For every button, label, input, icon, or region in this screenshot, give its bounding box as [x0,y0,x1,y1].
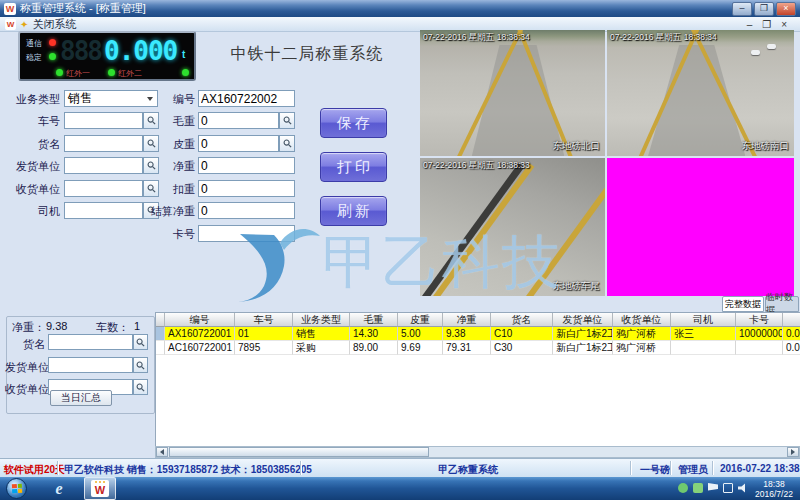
camera-no-signal[interactable] [607,158,794,296]
stable-label: 稳定 [26,52,42,63]
row-selector[interactable] [156,327,165,341]
camera-rear-view[interactable]: 07-22-2016 星期五 18:38:33 东地磅车尾 [420,158,605,296]
col-gross[interactable]: 毛重 [350,313,398,327]
refresh-button[interactable]: 刷新 [320,196,387,226]
col-sender[interactable]: 发货单位 [553,313,613,327]
cell-truck-no: 7895 [235,341,293,355]
scrollbar-thumb[interactable] [169,447,429,457]
weighing-app-icon: W [91,480,109,497]
sender-input[interactable] [64,157,143,174]
gross-lookup-button[interactable] [279,112,295,129]
maximize-button[interactable]: ❐ [754,2,774,16]
col-business-type[interactable]: 业务类型 [293,313,350,327]
table-hscrollbar[interactable] [155,446,800,458]
deduct-input[interactable] [198,180,295,197]
windows-taskbar: e W 18:38 2016/7/22 [0,477,800,500]
ie-taskbar-icon[interactable]: e [48,479,70,498]
weighing-app-taskbar-button[interactable]: W [84,477,116,500]
records-table: 编号 车号 业务类型 毛重 皮重 净重 货名 发货单位 收货单位 司机 卡号 A… [155,312,800,447]
summary-cargo-lookup-button[interactable] [133,334,148,350]
clock-date: 2016/7/22 [751,489,797,499]
search-icon [136,383,145,392]
deduct-label: 扣重 [133,182,195,197]
print-button[interactable]: 打印 [320,152,387,182]
col-tare[interactable]: 皮重 [398,313,443,327]
col-receiver[interactable]: 收货单位 [613,313,671,327]
camera-label: 东地磅南口 [742,140,790,153]
tab-temp-data[interactable]: 临时数据 [765,296,799,312]
infrared2-light [108,69,115,76]
col-cargo[interactable]: 货名 [491,313,553,327]
cargo-input[interactable] [64,135,143,152]
cell-sender: 新白广1标2工… [553,327,613,341]
tab-complete-data[interactable]: 完整数据 [722,296,764,312]
tare-label: 皮重 [133,137,195,152]
col-truck-no[interactable]: 车号 [235,313,293,327]
summary-sender-input[interactable] [48,357,133,373]
tray-flag-icon[interactable] [708,483,718,493]
gross-input[interactable] [198,112,279,129]
infrared1-light [56,69,63,76]
camera-north-gate[interactable]: 07-22-2016 星期五 18:38:34 东地磅北口 [420,30,605,156]
start-button[interactable] [6,478,27,499]
summary-sender-lookup-button[interactable] [133,357,148,373]
settle-net-label: 结算净重 [133,204,195,219]
cell-driver [671,341,736,355]
cell-cargo: C10 [491,327,553,341]
table-header-row: 编号 车号 业务类型 毛重 皮重 净重 货名 发货单位 收货单位 司机 卡号 [156,313,800,327]
col-net[interactable]: 净重 [443,313,491,327]
cell-gross: 89.00 [350,341,398,355]
comm-label: 通信 [26,38,42,49]
save-button[interactable]: 保存 [320,108,387,138]
camera-south-gate[interactable]: 07-22-2016 星期五 18:38:34 东地磅南口 [607,30,794,156]
settle-net-input[interactable] [198,202,295,219]
table-row[interactable]: AC160722001 7895 采购 89.00 9.69 79.31 C30… [156,341,800,355]
mdi-restore-button[interactable]: ❐ [762,19,771,30]
mdi-minimize-button[interactable]: – [747,19,753,30]
driver-input[interactable] [64,202,143,219]
ready-light [182,69,189,76]
divider [670,461,671,475]
led-ghost-digits: 888 [60,36,101,66]
system-name: 甲乙称重系统 [438,463,498,477]
tray-volume-icon[interactable] [738,483,748,493]
scroll-right-button[interactable] [787,447,799,457]
deck-edge [420,163,525,296]
daily-summary-button[interactable]: 当日汇总 [50,390,112,406]
infrared2-label: 红外二 [118,68,142,79]
col-serial[interactable]: 编号 [165,313,235,327]
infrared1-label: 红外一 [66,68,90,79]
summary-cargo-input[interactable] [48,334,133,350]
row-selector[interactable] [156,341,165,355]
card-input[interactable] [198,225,295,242]
table-row[interactable]: AX160722001 01 销售 14.30 5.00 9.38 C10 新白… [156,327,800,341]
status-bar: 软件试用20天 甲乙软件科技 销售：15937185872 技术：1850385… [0,458,800,478]
cell-business-type: 采购 [293,341,350,355]
cell-card: 1000000001 [736,327,783,341]
close-button[interactable]: × [776,2,796,16]
summary-receiver-lookup-button[interactable] [133,379,148,395]
power-icon: ✦ [20,19,28,30]
scroll-left-button[interactable] [156,447,168,457]
mdi-close-button[interactable]: × [781,19,787,30]
cell-gross: 14.30 [350,327,398,341]
menu-item-close-system[interactable]: 关闭系统 [32,17,76,32]
col-card[interactable]: 卡号 [736,313,783,327]
tare-input[interactable] [198,135,279,152]
receiver-input[interactable] [64,180,143,197]
taskbar-clock[interactable]: 18:38 2016/7/22 [751,479,797,499]
cell-card [736,341,783,355]
col-driver[interactable]: 司机 [671,313,736,327]
status-datetime: 2016-07-22 18:38:36 [720,463,800,474]
minimize-button[interactable]: – [732,2,752,16]
tray-update-icon[interactable] [678,483,688,493]
serial-input[interactable] [198,90,295,107]
tray-message-icon[interactable] [693,483,703,493]
sender-label: 发货单位 [8,159,60,174]
tray-window-icon[interactable] [723,483,733,493]
tare-lookup-button[interactable] [279,135,295,152]
net-input[interactable] [198,157,295,174]
cell-receiver: 鸦广河桥 [613,327,671,341]
cell-truck-no: 01 [235,327,293,341]
truck-no-input[interactable] [64,112,143,129]
